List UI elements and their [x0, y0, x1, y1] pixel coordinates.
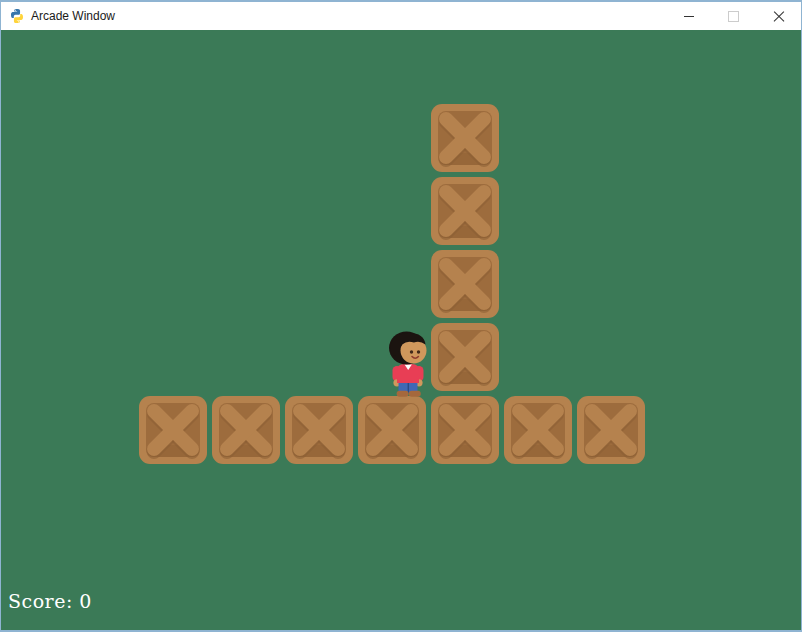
crate-sprite: [431, 104, 499, 172]
player-sprite: [387, 331, 429, 397]
crate-sprite: [431, 250, 499, 318]
window-title: Arcade Window: [31, 9, 666, 23]
maximize-button[interactable]: [711, 2, 756, 30]
python-logo-icon: [9, 8, 25, 24]
crate-sprite: [431, 177, 499, 245]
minimize-icon: [684, 16, 694, 17]
arcade-window: Arcade Window: [0, 0, 802, 632]
crate-sprite: [504, 396, 572, 464]
crate-sprite: [431, 396, 499, 464]
crate-sprite: [577, 396, 645, 464]
crate-sprite: [431, 323, 499, 391]
game-area[interactable]: Score: 0: [1, 30, 801, 630]
crate-sprite: [358, 396, 426, 464]
title-bar[interactable]: Arcade Window: [1, 2, 801, 30]
crate-sprite: [139, 396, 207, 464]
crate-sprite: [285, 396, 353, 464]
close-button[interactable]: [756, 2, 801, 30]
score-text: Score: 0: [8, 590, 92, 612]
minimize-button[interactable]: [666, 2, 711, 30]
maximize-icon: [728, 11, 739, 22]
close-icon: [773, 10, 785, 22]
crate-sprite: [212, 396, 280, 464]
